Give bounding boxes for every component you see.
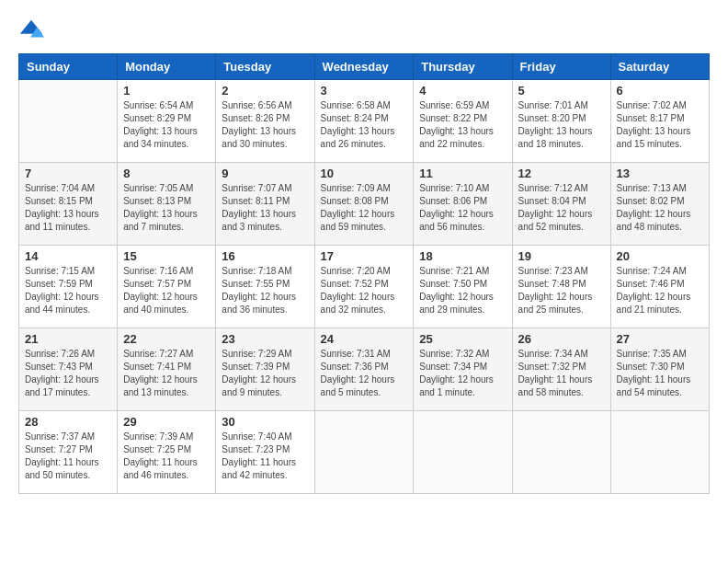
day-number: 21 [25, 332, 111, 346]
logo [18, 18, 48, 44]
calendar-cell: 26 Sunrise: 7:34 AMSunset: 7:32 PMDaylig… [512, 328, 610, 411]
week-row-4: 28 Sunrise: 7:37 AMSunset: 7:27 PMDaylig… [19, 411, 710, 494]
day-info: Sunrise: 7:09 AMSunset: 8:08 PMDaylight:… [321, 182, 408, 234]
day-info: Sunrise: 7:26 AMSunset: 7:43 PMDaylight:… [25, 348, 111, 399]
day-info: Sunrise: 7:15 AMSunset: 7:59 PMDaylight:… [25, 265, 111, 316]
day-info: Sunrise: 7:13 AMSunset: 8:02 PMDaylight:… [617, 182, 703, 234]
calendar-cell: 28 Sunrise: 7:37 AMSunset: 7:27 PMDaylig… [19, 411, 118, 494]
day-info: Sunrise: 6:56 AMSunset: 8:26 PMDaylight:… [222, 99, 308, 151]
calendar-cell: 15 Sunrise: 7:16 AMSunset: 7:57 PMDaylig… [118, 246, 216, 328]
day-info: Sunrise: 7:37 AMSunset: 7:27 PMDaylight:… [25, 431, 111, 482]
day-info: Sunrise: 6:54 AMSunset: 8:29 PMDaylight:… [123, 99, 210, 151]
day-info: Sunrise: 7:40 AMSunset: 7:23 PMDaylight:… [222, 431, 308, 482]
day-info: Sunrise: 6:58 AMSunset: 8:24 PMDaylight:… [321, 99, 408, 151]
day-number: 25 [419, 332, 506, 346]
calendar-cell [314, 411, 414, 494]
day-number: 29 [123, 415, 210, 429]
day-number: 24 [321, 332, 408, 346]
day-number: 6 [617, 84, 703, 98]
calendar-cell [19, 80, 118, 163]
calendar-cell: 6 Sunrise: 7:02 AMSunset: 8:17 PMDayligh… [610, 80, 709, 163]
day-info: Sunrise: 7:02 AMSunset: 8:17 PMDaylight:… [617, 99, 703, 151]
calendar-cell: 7 Sunrise: 7:04 AMSunset: 8:15 PMDayligh… [19, 163, 118, 246]
weekday-header-thursday: Thursday [414, 54, 512, 80]
calendar-cell: 25 Sunrise: 7:32 AMSunset: 7:34 PMDaylig… [414, 328, 512, 411]
day-info: Sunrise: 7:32 AMSunset: 7:34 PMDaylight:… [419, 348, 506, 399]
weekday-header-sunday: Sunday [19, 54, 118, 80]
calendar-cell: 1 Sunrise: 6:54 AMSunset: 8:29 PMDayligh… [118, 80, 216, 163]
day-number: 5 [518, 84, 605, 98]
day-info: Sunrise: 6:59 AMSunset: 8:22 PMDaylight:… [419, 99, 506, 151]
day-number: 12 [518, 167, 605, 180]
calendar-cell: 17 Sunrise: 7:20 AMSunset: 7:52 PMDaylig… [314, 246, 414, 328]
week-row-0: 1 Sunrise: 6:54 AMSunset: 8:29 PMDayligh… [19, 80, 710, 163]
day-info: Sunrise: 7:23 AMSunset: 7:48 PMDaylight:… [518, 265, 605, 316]
weekday-header-tuesday: Tuesday [216, 54, 314, 80]
day-info: Sunrise: 7:35 AMSunset: 7:30 PMDaylight:… [617, 348, 703, 399]
calendar-cell: 24 Sunrise: 7:31 AMSunset: 7:36 PMDaylig… [314, 328, 414, 411]
day-info: Sunrise: 7:05 AMSunset: 8:13 PMDaylight:… [123, 182, 210, 234]
day-number: 16 [222, 249, 308, 263]
day-info: Sunrise: 7:29 AMSunset: 7:39 PMDaylight:… [222, 348, 308, 399]
calendar-cell: 21 Sunrise: 7:26 AMSunset: 7:43 PMDaylig… [19, 328, 118, 411]
day-number: 15 [123, 249, 210, 263]
day-info: Sunrise: 7:34 AMSunset: 7:32 PMDaylight:… [518, 348, 605, 399]
day-number: 7 [25, 167, 111, 180]
day-number: 4 [419, 84, 506, 98]
calendar-cell: 8 Sunrise: 7:05 AMSunset: 8:13 PMDayligh… [118, 163, 216, 246]
weekday-header-wednesday: Wednesday [314, 54, 414, 80]
weekday-header-saturday: Saturday [610, 54, 709, 80]
day-info: Sunrise: 7:16 AMSunset: 7:57 PMDaylight:… [123, 265, 210, 316]
weekday-header-monday: Monday [118, 54, 216, 80]
day-info: Sunrise: 7:27 AMSunset: 7:41 PMDaylight:… [123, 348, 210, 399]
day-number: 10 [321, 167, 408, 180]
day-number: 17 [321, 249, 408, 263]
weekday-header-row: SundayMondayTuesdayWednesdayThursdayFrid… [19, 54, 710, 80]
calendar-cell: 2 Sunrise: 6:56 AMSunset: 8:26 PMDayligh… [216, 80, 314, 163]
calendar-cell: 3 Sunrise: 6:58 AMSunset: 8:24 PMDayligh… [314, 80, 414, 163]
day-number: 20 [617, 249, 703, 263]
calendar-cell: 19 Sunrise: 7:23 AMSunset: 7:48 PMDaylig… [512, 246, 610, 328]
page-header [18, 18, 710, 44]
day-info: Sunrise: 7:20 AMSunset: 7:52 PMDaylight:… [321, 265, 408, 316]
day-number: 11 [419, 167, 506, 180]
day-info: Sunrise: 7:21 AMSunset: 7:50 PMDaylight:… [419, 265, 506, 316]
calendar-cell [512, 411, 610, 494]
day-number: 13 [617, 167, 703, 180]
day-number: 18 [419, 249, 506, 263]
day-number: 22 [123, 332, 210, 346]
day-number: 30 [222, 415, 308, 429]
calendar-cell: 23 Sunrise: 7:29 AMSunset: 7:39 PMDaylig… [216, 328, 314, 411]
day-info: Sunrise: 7:01 AMSunset: 8:20 PMDaylight:… [518, 99, 605, 151]
day-info: Sunrise: 7:24 AMSunset: 7:46 PMDaylight:… [617, 265, 703, 316]
calendar-cell: 22 Sunrise: 7:27 AMSunset: 7:41 PMDaylig… [118, 328, 216, 411]
week-row-2: 14 Sunrise: 7:15 AMSunset: 7:59 PMDaylig… [19, 246, 710, 328]
day-info: Sunrise: 7:31 AMSunset: 7:36 PMDaylight:… [321, 348, 408, 399]
day-number: 9 [222, 167, 308, 180]
calendar-cell [414, 411, 512, 494]
day-number: 1 [123, 84, 210, 98]
day-number: 3 [321, 84, 408, 98]
day-info: Sunrise: 7:10 AMSunset: 8:06 PMDaylight:… [419, 182, 506, 234]
day-number: 14 [25, 249, 111, 263]
calendar-cell: 18 Sunrise: 7:21 AMSunset: 7:50 PMDaylig… [414, 246, 512, 328]
weekday-header-friday: Friday [512, 54, 610, 80]
day-info: Sunrise: 7:12 AMSunset: 8:04 PMDaylight:… [518, 182, 605, 234]
day-info: Sunrise: 7:04 AMSunset: 8:15 PMDaylight:… [25, 182, 111, 234]
day-number: 27 [617, 332, 703, 346]
day-number: 19 [518, 249, 605, 263]
calendar-cell: 12 Sunrise: 7:12 AMSunset: 8:04 PMDaylig… [512, 163, 610, 246]
week-row-1: 7 Sunrise: 7:04 AMSunset: 8:15 PMDayligh… [19, 163, 710, 246]
day-info: Sunrise: 7:39 AMSunset: 7:25 PMDaylight:… [123, 431, 210, 482]
logo-icon [18, 18, 44, 44]
calendar-cell: 20 Sunrise: 7:24 AMSunset: 7:46 PMDaylig… [610, 246, 709, 328]
calendar-cell: 16 Sunrise: 7:18 AMSunset: 7:55 PMDaylig… [216, 246, 314, 328]
calendar-cell: 13 Sunrise: 7:13 AMSunset: 8:02 PMDaylig… [610, 163, 709, 246]
calendar-cell: 9 Sunrise: 7:07 AMSunset: 8:11 PMDayligh… [216, 163, 314, 246]
day-number: 8 [123, 167, 210, 180]
calendar-cell: 4 Sunrise: 6:59 AMSunset: 8:22 PMDayligh… [414, 80, 512, 163]
day-number: 26 [518, 332, 605, 346]
day-number: 2 [222, 84, 308, 98]
week-row-3: 21 Sunrise: 7:26 AMSunset: 7:43 PMDaylig… [19, 328, 710, 411]
calendar-cell: 5 Sunrise: 7:01 AMSunset: 8:20 PMDayligh… [512, 80, 610, 163]
